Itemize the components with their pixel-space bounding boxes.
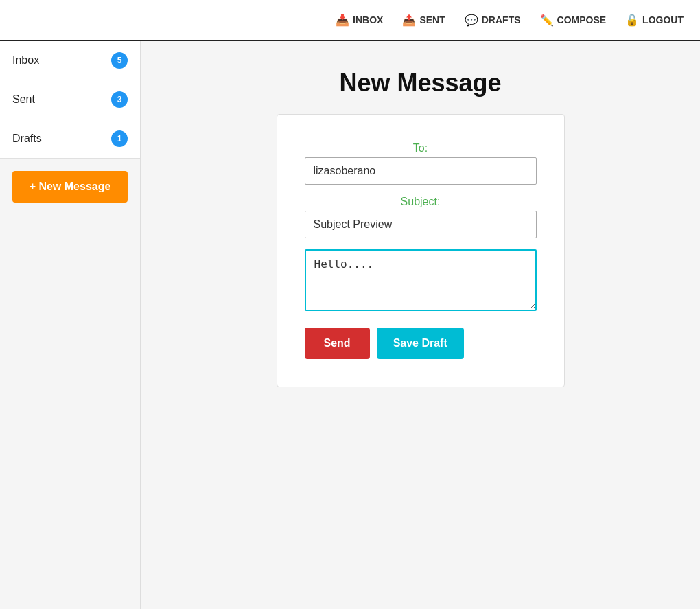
compose-icon: ✏️ xyxy=(540,14,554,27)
to-input[interactable] xyxy=(305,157,537,185)
nav-sent[interactable]: 📤 SENT xyxy=(402,14,445,27)
logout-icon: 🔓 xyxy=(625,14,639,27)
nav-sent-label: SENT xyxy=(419,14,445,25)
nav-logout[interactable]: 🔓 LOGOUT xyxy=(625,14,684,27)
sidebar-inbox-label: Inbox xyxy=(12,54,39,67)
save-draft-button[interactable]: Save Draft xyxy=(377,328,464,359)
sidebar-drafts-badge: 1 xyxy=(111,130,128,147)
subject-label: Subject: xyxy=(305,196,537,208)
nav-logout-label: LOGOUT xyxy=(642,14,684,25)
nav-compose-label: COMPOSE xyxy=(557,14,607,25)
to-label: To: xyxy=(305,142,537,154)
nav-drafts-label: DRAFTS xyxy=(482,14,521,25)
sidebar-sent-label: Sent xyxy=(12,93,35,106)
main-content: New Message To: Subject: Send Save Draft xyxy=(141,41,700,609)
sidebar-item-sent[interactable]: Sent 3 xyxy=(0,80,140,119)
subject-input[interactable] xyxy=(305,211,537,238)
layout: Inbox 5 Sent 3 Drafts 1 + New Message Ne… xyxy=(0,41,700,609)
nav-inbox-label: INBOX xyxy=(353,14,383,25)
top-nav: 📥 INBOX 📤 SENT 💬 DRAFTS ✏️ COMPOSE 🔓 LOG… xyxy=(0,0,700,41)
button-row: Send Save Draft xyxy=(305,328,537,359)
nav-inbox[interactable]: 📥 INBOX xyxy=(336,14,383,27)
subject-field-group: Subject: xyxy=(305,196,537,238)
page-title: New Message xyxy=(339,69,501,97)
sent-icon: 📤 xyxy=(402,14,416,27)
compose-card: To: Subject: Send Save Draft xyxy=(277,114,565,387)
nav-compose[interactable]: ✏️ COMPOSE xyxy=(540,14,607,27)
inbox-icon: 📥 xyxy=(336,14,349,27)
sidebar-drafts-label: Drafts xyxy=(12,133,42,145)
send-button[interactable]: Send xyxy=(305,328,370,359)
body-field-group xyxy=(305,249,537,311)
sidebar-sent-badge: 3 xyxy=(111,91,128,108)
sidebar-item-inbox[interactable]: Inbox 5 xyxy=(0,41,140,80)
to-field-group: To: xyxy=(305,142,537,185)
sidebar-item-drafts[interactable]: Drafts 1 xyxy=(0,119,140,159)
sidebar: Inbox 5 Sent 3 Drafts 1 + New Message xyxy=(0,41,141,609)
new-message-button[interactable]: + New Message xyxy=(12,171,128,203)
drafts-icon: 💬 xyxy=(465,14,478,27)
nav-drafts[interactable]: 💬 DRAFTS xyxy=(465,14,521,27)
sidebar-inbox-badge: 5 xyxy=(111,52,128,69)
body-textarea[interactable] xyxy=(305,249,537,311)
